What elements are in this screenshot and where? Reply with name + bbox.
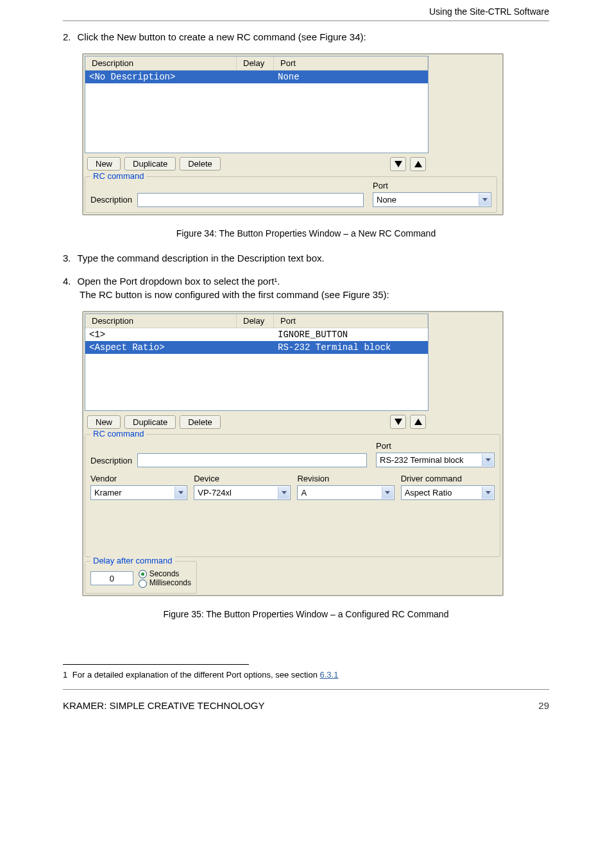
list-body: <No Description> None: [85, 71, 428, 153]
triangle-up-icon: [414, 161, 422, 167]
step-2-text: 2.Click the New button to create a new R…: [63, 30, 549, 44]
step-text: Click the New button to create a new RC …: [78, 31, 366, 42]
revision-label: Revision: [297, 474, 394, 483]
col-description[interactable]: Description: [85, 56, 237, 70]
move-down-button[interactable]: [390, 157, 406, 171]
port-label: Port: [373, 181, 491, 190]
command-list[interactable]: Description Delay Port <1> IGNORE_BUTTON…: [85, 313, 429, 411]
move-down-button[interactable]: [390, 415, 406, 429]
footer-page-number: 29: [538, 700, 549, 711]
description-input[interactable]: [137, 193, 364, 207]
caption-no: Figure 35: [164, 609, 201, 619]
chevron-down-icon: [382, 487, 393, 499]
revision-value: A: [301, 488, 307, 497]
description-input[interactable]: [137, 453, 367, 467]
delay-legend: Delay after command: [90, 556, 175, 565]
step-text: Type the command description in the Desc…: [78, 253, 325, 263]
delay-radio-group: Seconds Milliseconds: [139, 569, 191, 588]
cell-port: None: [274, 71, 428, 83]
delete-button[interactable]: Delete: [180, 157, 221, 171]
duplicate-button[interactable]: Duplicate: [124, 415, 176, 429]
drivercmd-dropdown[interactable]: Aspect Ratio: [401, 485, 495, 500]
description-label: Description: [90, 456, 132, 465]
footer-left: KRAMER: SIMPLE CREATIVE TECHNOLOGY: [63, 700, 265, 711]
cell-port: IGNORE_BUTTON: [274, 328, 428, 341]
rc-command-legend: RC command: [90, 171, 146, 181]
delay-after-command-fieldset: Delay after command Seconds Milliseconds: [85, 561, 197, 594]
chevron-down-icon: [479, 194, 490, 206]
move-up-button[interactable]: [410, 157, 426, 171]
command-list[interactable]: Description Delay Port <No Description> …: [85, 56, 429, 153]
drivercmd-label: Driver command: [401, 474, 495, 483]
caption-title: : The Button Properties Window – a Confi…: [201, 609, 449, 619]
triangle-down-icon: [395, 161, 402, 167]
cell-delay: [237, 341, 274, 354]
port-value: None: [377, 195, 396, 204]
list-body: <1> IGNORE_BUTTON <Aspect Ratio> RS-232 …: [85, 328, 428, 410]
col-delay[interactable]: Delay: [237, 314, 274, 328]
footnote: 1 For a detailed explanation of the diff…: [63, 670, 549, 680]
vendor-dropdown[interactable]: Kramer: [90, 485, 187, 500]
radio-seconds[interactable]: [139, 570, 147, 578]
step-num: 4.: [63, 276, 71, 287]
chevron-down-icon: [482, 454, 493, 466]
divider-top: [63, 21, 549, 21]
port-dropdown[interactable]: RS-232 Terminal block: [376, 453, 495, 467]
delay-value-input[interactable]: [90, 571, 133, 585]
radio-ms[interactable]: [139, 580, 147, 588]
footnote-link[interactable]: 6.3.1: [320, 670, 339, 680]
col-port[interactable]: Port: [274, 56, 428, 70]
step-3-text: 3.Type the command description in the De…: [63, 251, 549, 265]
list-row[interactable]: <1> IGNORE_BUTTON: [85, 328, 428, 341]
triangle-up-icon: [414, 419, 422, 425]
port-label: Port: [376, 441, 495, 451]
delete-button[interactable]: Delete: [180, 415, 221, 429]
vendor-value: Kramer: [94, 488, 122, 497]
col-delay[interactable]: Delay: [237, 56, 274, 70]
chevron-down-icon: [482, 487, 493, 499]
description-label: Description: [90, 195, 132, 204]
rc-command-fieldset: RC command Description Port None: [85, 176, 497, 213]
cell-desc: <1>: [85, 328, 237, 341]
rc-command-legend: RC command: [90, 429, 146, 438]
new-button[interactable]: New: [87, 157, 121, 171]
step-text: Open the Port dropdown box to select the…: [78, 276, 280, 287]
radio-seconds-row[interactable]: Seconds: [139, 569, 191, 578]
revision-dropdown[interactable]: A: [297, 485, 394, 500]
device-dropdown[interactable]: VP-724xl: [194, 485, 291, 500]
list-row[interactable]: <Aspect Ratio> RS-232 Terminal block: [85, 341, 428, 354]
radio-ms-row[interactable]: Milliseconds: [139, 578, 191, 587]
list-header: Description Delay Port: [85, 314, 428, 328]
new-button[interactable]: New: [87, 415, 121, 429]
cell-desc: <No Description>: [85, 71, 237, 83]
list-row[interactable]: <No Description> None: [85, 71, 428, 83]
step-num: 3.: [63, 253, 71, 263]
duplicate-button[interactable]: Duplicate: [124, 157, 176, 171]
move-up-button[interactable]: [410, 415, 426, 429]
fig34-panel: Description Delay Port <No Description> …: [82, 53, 504, 215]
cell-port: RS-232 Terminal block: [274, 341, 428, 354]
fig35-panel: Description Delay Port <1> IGNORE_BUTTON…: [82, 311, 504, 596]
footnote-num: 1: [63, 670, 67, 680]
rc-command-fieldset: RC command Description Port RS-232 Termi…: [85, 434, 500, 557]
col-description[interactable]: Description: [85, 314, 237, 328]
footnote-text: For a detailed explanation of the differ…: [72, 670, 320, 680]
triangle-down-icon: [395, 419, 402, 425]
list-header: Description Delay Port: [85, 56, 428, 71]
footnote-rule: [63, 664, 249, 665]
radio-seconds-label: Seconds: [149, 569, 180, 578]
device-value: VP-724xl: [198, 488, 232, 497]
drivercmd-value: Aspect Ratio: [405, 488, 452, 497]
col-port[interactable]: Port: [274, 314, 428, 328]
port-dropdown[interactable]: None: [373, 192, 491, 207]
caption-title: : The Button Properties Window – a New R…: [214, 228, 436, 238]
chevron-down-icon: [174, 487, 186, 499]
page-header-right: Using the Site-CTRL Software: [63, 6, 549, 17]
cell-delay: [237, 328, 274, 341]
port-value: RS-232 Terminal block: [380, 455, 464, 465]
step-4-text: 4.Open the Port dropdown box to select t…: [63, 274, 549, 303]
vendor-label: Vendor: [90, 474, 187, 483]
figure-34-caption: Figure 34: The Button Properties Window …: [63, 228, 549, 238]
radio-ms-label: Milliseconds: [149, 578, 191, 587]
chevron-down-icon: [278, 487, 289, 499]
